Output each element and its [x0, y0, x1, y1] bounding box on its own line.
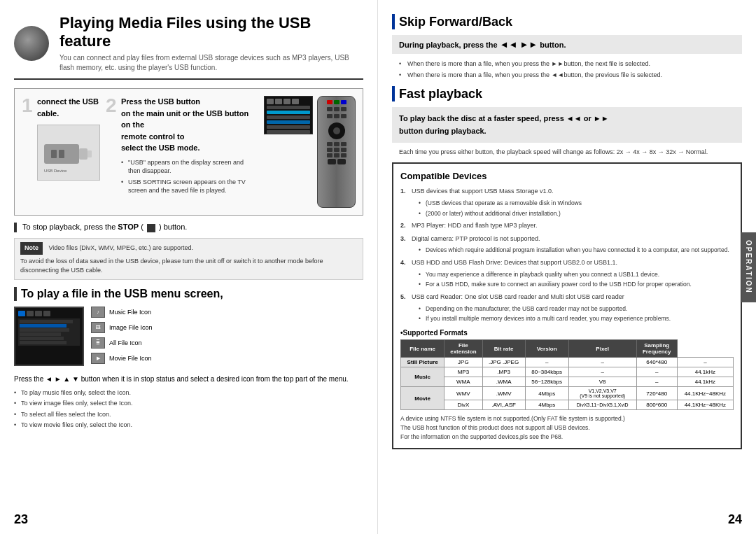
header-logo [14, 26, 49, 61]
all-file-icon: ≣ [91, 337, 105, 349]
movie-icon-row: ▶ Movie File Icon [91, 353, 363, 364]
still-bitrate: – [525, 358, 568, 367]
stop-text: To stop playback, press the STOP ( ) but… [22, 223, 187, 232]
divx-version: DivX3.11~DivX5.1,XviD [568, 400, 636, 410]
compatible-sub-5a: Depending on the manufacturer, the USB c… [419, 304, 734, 314]
formats-title: •Supported Formats [400, 329, 734, 337]
sub-bullet-4: To view movie files only, select the Ico… [14, 421, 363, 430]
fast-backward-icon: ◄◄ [566, 114, 582, 122]
skip-highlighted-text: During playback, press the [399, 41, 500, 49]
fast-text: To play back the disc at a faster speed,… [399, 114, 566, 122]
col-bitrate: Bit rate [482, 340, 525, 358]
left-page: Playing Media Files using the USB featur… [0, 0, 378, 534]
operation-sidebar: OPERATION [741, 232, 756, 302]
header-text: Playing Media Files using the USB featur… [59, 14, 363, 73]
table-row-wmv: Movie WMV .WMV 4Mbps V1,V2,V3,V7(V9 is n… [401, 387, 734, 400]
sub-bullets: To play music files only, select the Ico… [14, 388, 363, 430]
step-1-number: 1 [22, 96, 33, 115]
formats-table: File name Fileextension Bit rate Version… [400, 339, 734, 410]
skip-forward-icon: ►► [519, 39, 538, 50]
title-bar-icon [14, 287, 17, 301]
step-1-text: connect the USB cable. [37, 96, 99, 119]
image-icon-row: 🖼 Image File Icon [91, 322, 363, 333]
skip-title: Skip Forward/Back [392, 14, 742, 29]
step-1: 1 connect the USB cable. USB Device [22, 96, 99, 208]
step-2-bullets: "USB" appears on the display screen and … [121, 158, 257, 195]
skip-backward-icon: ◄◄ [500, 39, 518, 50]
footer-notes: A device using NTFS file system is not s… [400, 414, 734, 441]
step-2-number: 2 [106, 96, 117, 115]
formats-section: •Supported Formats File name Fileextensi… [400, 329, 734, 410]
remote-illustration [317, 96, 356, 208]
compatible-item-5: 5. USB card Reader: One slot USB card re… [400, 293, 734, 323]
note-bullet-2: To avoid the loss of data saved in the U… [20, 257, 357, 276]
page-number-left: 23 [14, 512, 28, 527]
step-2-content: Press the USB button on the main unit or… [106, 96, 257, 195]
fast-button-label: button during playback. [399, 127, 486, 135]
all-icon-label: All File Icon [109, 339, 142, 346]
category-movie: Movie [401, 387, 444, 410]
mp3-pixel: – [636, 367, 677, 377]
movie-file-icon: ▶ [91, 353, 105, 364]
divx-ext: .AVI,.ASF [482, 400, 525, 410]
skip-button-label: button. [540, 41, 566, 49]
music-file-icon: ♪ [91, 307, 105, 318]
step-2: 2 Press the USB button on the main unit … [106, 96, 257, 208]
compatible-sub-1a: (USB devices that operate as a removable… [419, 199, 734, 208]
skip-bullet-2: When there is more than a file, when you… [399, 71, 742, 80]
music-icon-row: ♪ Music File Icon [91, 307, 363, 318]
col-version: Version [525, 340, 568, 358]
divx-pixel: 800*600 [636, 400, 677, 410]
header-subtitle: You can connect and play files from exte… [59, 53, 363, 73]
skip-section: Skip Forward/Back During playback, press… [392, 14, 742, 79]
menu-screen [14, 307, 84, 366]
compatible-sub-4: You may experience a difference in playb… [419, 270, 734, 290]
page-title: Playing Media Files using the USB featur… [59, 14, 363, 50]
compatible-sub-1b: (2000 or later) without additional drive… [419, 209, 734, 218]
skip-bullets: When there is more than a file, when you… [399, 59, 742, 79]
music-icon-label: Music File Icon [109, 309, 151, 316]
divx-name: DivX [444, 400, 482, 410]
divx-bitrate: 4Mbps [525, 400, 568, 410]
still-freq: – [677, 358, 733, 367]
category-music: Music [401, 367, 444, 387]
compatible-sub-5b: If you install multiple memory devices i… [419, 314, 734, 323]
wma-freq: 44.1kHz [677, 377, 733, 387]
mp3-freq: 44.1kHz [677, 367, 733, 377]
image-file-icon: 🖼 [91, 322, 105, 333]
fast-playback-section: Fast playback To play back the disc at a… [392, 86, 742, 155]
divx-freq: 44.1KHz~48KHz [677, 400, 733, 410]
section-bar [14, 223, 17, 232]
svg-rect-3 [51, 150, 57, 158]
page-header: Playing Media Files using the USB featur… [14, 14, 363, 80]
right-page: Skip Forward/Back During playback, press… [378, 0, 756, 534]
movie-icon-label: Movie File Icon [109, 355, 152, 362]
step-2-bullet-2: USB SORTING screen appears on the TV scr… [121, 178, 257, 195]
mp3-version: – [568, 367, 636, 377]
skip-title-bar [392, 14, 395, 29]
wmv-name: WMV [444, 387, 482, 400]
wma-name: WMA [444, 377, 482, 387]
wmv-pixel: 720*480 [636, 387, 677, 400]
wma-pixel: – [636, 377, 677, 387]
speed-description: Each time you press either button, the p… [399, 148, 708, 155]
compatible-sub-3a: Devices which require additional program… [419, 246, 734, 255]
col-freq: SamplingFrequency [636, 340, 677, 358]
still-name: JPG [444, 358, 482, 367]
wmv-version: V1,V2,V3,V7(V9 is not supported) [568, 387, 636, 400]
step-1-image: USB Device [37, 125, 100, 181]
compatible-sub-4a: You may experience a difference in playb… [419, 270, 734, 279]
compatible-item-4: 4. USB HDD and USB Flash Drive: Devices … [400, 258, 734, 289]
table-row-wma: WMA .WMA 56~128kbps V8 – 44.1kHz [401, 377, 734, 387]
footer-note-1: A device using NTFS file system is not s… [400, 414, 734, 423]
compatible-sub-5: Depending on the manufacturer, the USB c… [419, 304, 734, 324]
still-pixel: 640*480 [636, 358, 677, 367]
svg-rect-1 [79, 148, 88, 160]
compatible-sub-4b: For a USB HDD, make sure to connect an a… [419, 280, 734, 289]
compatible-item-3: 3. Digital camera: PTP protocol is not s… [400, 234, 734, 255]
press-text: Press the ◄ ► ▲ ▼ button when it is in s… [14, 374, 363, 384]
step-2-bullet-1: "USB" appears on the display screen and … [121, 158, 257, 176]
svg-rect-2 [88, 150, 92, 157]
image-icon-label: Image File Icon [109, 324, 153, 331]
col-pixel: Pixel [568, 340, 636, 358]
